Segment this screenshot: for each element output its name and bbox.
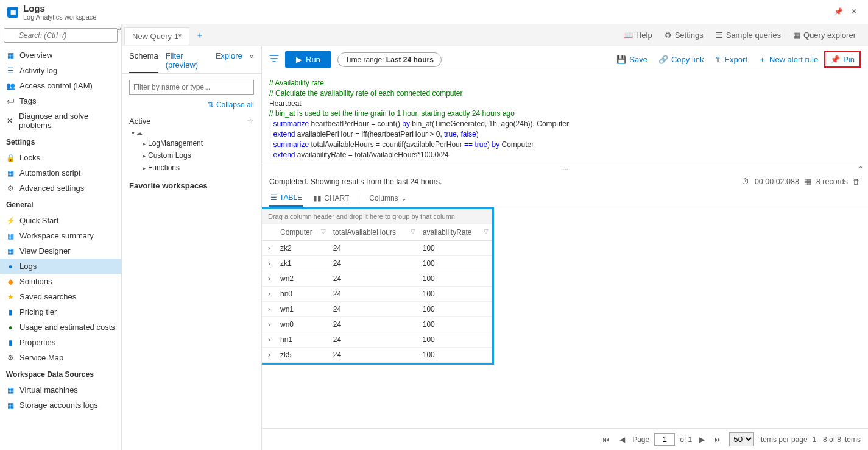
expand-row-icon[interactable]: › <box>262 287 277 302</box>
close-window-icon[interactable]: ✕ <box>851 7 861 17</box>
result-tab-chart[interactable]: ▮▮CHART <box>312 190 350 206</box>
result-tab-table[interactable]: ☰TABLE <box>269 190 303 207</box>
table-row[interactable]: ›hn024100 <box>262 287 492 302</box>
nav-item-automation[interactable]: ▦Automation script <box>0 165 121 180</box>
newalert-button[interactable]: ＋New alert rule <box>753 51 823 68</box>
pager-next[interactable]: ▶ <box>697 434 707 445</box>
vms-icon: ▦ <box>6 386 15 395</box>
expand-row-icon[interactable]: › <box>262 302 277 317</box>
nav-label: Storage accounts logs <box>19 401 98 410</box>
expand-row-icon[interactable]: › <box>262 348 277 363</box>
nav-item-properties[interactable]: ▮Properties <box>0 335 121 350</box>
pager-prev[interactable]: ◀ <box>617 434 627 445</box>
toolbar-samples[interactable]: ☰Sample queries <box>711 28 786 42</box>
nav-item-overview[interactable]: ▦Overview <box>0 48 121 63</box>
run-label: Run <box>306 55 320 64</box>
pin-window-icon[interactable]: 📌 <box>834 7 844 17</box>
column-header-availabilityRate[interactable]: availabilityRate▽ <box>419 224 492 241</box>
nav-item-advanced[interactable]: ⚙Advanced settings <box>0 180 121 196</box>
pager-last[interactable]: ⏭ <box>712 434 724 445</box>
section-title: Workspace Data Sources <box>0 366 121 381</box>
table-row[interactable]: ›wn024100 <box>262 317 492 332</box>
table-row[interactable]: ›wn224100 <box>262 271 492 287</box>
nav-item-saved[interactable]: ★Saved searches <box>0 289 121 304</box>
nav-item-usage[interactable]: ●Usage and estimated costs <box>0 320 121 335</box>
nav-label: View Designer <box>19 246 71 255</box>
expand-row-icon[interactable]: › <box>262 332 277 348</box>
toolbar-explorer[interactable]: ▦Query explorer <box>788 28 861 42</box>
status-text: Completed. Showing results from the last… <box>269 177 442 186</box>
nav-item-wssummary[interactable]: ▦Workspace summary <box>0 228 121 243</box>
time-range-picker[interactable]: Time range: Last 24 hours <box>337 52 442 67</box>
splitter-handle[interactable]: ⋯⌃ <box>262 165 868 173</box>
expand-row-icon[interactable]: › <box>262 271 277 287</box>
export-icon: ⇧ <box>715 55 721 64</box>
tree-node-functions[interactable]: Functions <box>132 162 254 174</box>
table-row[interactable]: ›zk124100 <box>262 256 492 271</box>
nav-item-tags[interactable]: 🏷Tags <box>0 93 121 109</box>
filter-icon[interactable]: ▽ <box>321 228 326 235</box>
delete-icon[interactable]: 🗑 <box>853 177 861 186</box>
schema-tab-filter[interactable]: Filter (preview) <box>166 51 208 73</box>
nav-item-solutions[interactable]: ◆Solutions <box>0 274 121 289</box>
schema-filter-input[interactable] <box>129 80 254 95</box>
column-header-Computer[interactable]: Computer▽ <box>277 224 330 241</box>
workspace-node[interactable]: ▾ ☁ <box>132 128 254 137</box>
tree-active-header[interactable]: Active ☆ <box>129 114 254 128</box>
table-row[interactable]: ›hn124100 <box>262 332 492 348</box>
nav-item-lock[interactable]: 🔒Locks <box>0 150 121 165</box>
table-row[interactable]: ›zk524100 <box>262 348 492 363</box>
pager-first[interactable]: ⏮ <box>600 434 612 445</box>
add-tab-button[interactable]: ＋ <box>189 26 210 45</box>
nav-item-access[interactable]: 👥Access control (IAM) <box>0 78 121 93</box>
schema-tab-schema[interactable]: Schema <box>129 51 158 73</box>
expand-row-icon[interactable]: › <box>262 256 277 271</box>
solutions-icon: ◆ <box>6 277 15 286</box>
save-button[interactable]: 💾Save <box>612 51 652 68</box>
save-icon: 💾 <box>616 55 626 64</box>
run-button[interactable]: ▶ Run <box>285 51 331 68</box>
nav-item-vms[interactable]: ▦Virtual machines <box>0 382 121 398</box>
query-tab[interactable]: New Query 1* <box>124 27 189 45</box>
column-header-totalAvailableHours[interactable]: totalAvailableHours▽ <box>330 224 419 241</box>
expand-row-icon[interactable]: › <box>262 241 277 256</box>
query-action-bar: ▶ Run Time range: Last 24 hours 💾Save🔗Co… <box>262 46 868 73</box>
pin-button[interactable]: 📌Pin <box>824 51 861 68</box>
nav-item-viewdesigner[interactable]: ▦View Designer <box>0 243 121 259</box>
table-row[interactable]: ›zk224100 <box>262 241 492 256</box>
cell-totalAvailableHours: 24 <box>330 256 419 271</box>
collapse-sidebar-icon[interactable]: « <box>118 26 121 32</box>
sidebar-search-input[interactable] <box>4 28 118 43</box>
star-icon[interactable]: ☆ <box>247 116 254 126</box>
nav-item-pricing[interactable]: ▮Pricing tier <box>0 304 121 320</box>
advanced-icon: ⚙ <box>6 184 15 193</box>
nav-item-diagnose[interactable]: ✕Diagnose and solve problems <box>0 109 121 133</box>
page-input[interactable] <box>654 433 675 446</box>
export-button[interactable]: ⇧Export <box>710 51 752 68</box>
page-size-select[interactable]: 50 <box>729 432 754 446</box>
filter-icon[interactable]: ▽ <box>484 228 489 235</box>
copylink-button[interactable]: 🔗Copy link <box>654 51 708 68</box>
toolbar-help[interactable]: 📖Help <box>618 28 657 42</box>
columns-dropdown[interactable]: Columns ⌄ <box>368 190 408 206</box>
nav-item-storage[interactable]: ▦Storage accounts logs <box>0 398 121 413</box>
table-row[interactable]: ›wn124100 <box>262 302 492 317</box>
collapse-all-button[interactable]: ⇅ Collapse all <box>122 98 261 112</box>
tree-node-logmanagement[interactable]: LogManagement <box>132 137 254 149</box>
collapse-schema-icon[interactable]: « <box>250 51 254 73</box>
expand-row-icon[interactable]: › <box>262 317 277 332</box>
filter-icon[interactable]: ▽ <box>411 228 415 235</box>
query-editor[interactable]: // Availability rate// Calculate the ava… <box>262 73 868 165</box>
nav-item-servicemap[interactable]: ⚙Service Map <box>0 350 121 365</box>
nav-item-logs[interactable]: ●Logs <box>0 259 121 274</box>
schema-tab-explore[interactable]: Explore <box>216 51 242 73</box>
nav-item-quickstart[interactable]: ⚡Quick Start <box>0 213 121 228</box>
window-header: ▦ Logs Log Analytics workspace 📌 ✕ <box>0 0 868 24</box>
nav-item-activity[interactable]: ☰Activity log <box>0 63 121 78</box>
nav-label: Pricing tier <box>19 307 57 316</box>
toolbar-settings[interactable]: ⚙Settings <box>660 28 708 42</box>
filter-toggle-icon[interactable] <box>269 54 279 65</box>
expand-results-icon[interactable]: ⌃ <box>858 165 863 172</box>
cell-availabilityRate: 100 <box>419 302 492 317</box>
tree-node-customlogs[interactable]: Custom Logs <box>132 149 254 162</box>
